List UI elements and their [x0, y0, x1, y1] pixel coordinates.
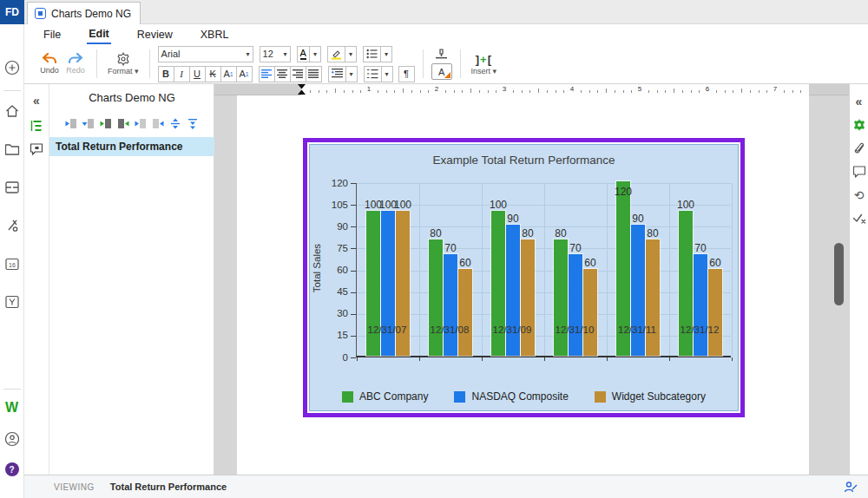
insert-section-before-icon[interactable]: [100, 117, 113, 130]
numbered-list-button[interactable]: ▾: [364, 66, 393, 82]
collapse-panel-icon[interactable]: «: [33, 94, 40, 108]
document-canvas[interactable]: 1234567 Example Total Return Performance…: [214, 84, 849, 475]
bold-button[interactable]: B: [158, 66, 174, 82]
archive-box-icon[interactable]: [5, 296, 19, 309]
ruler-tick: [606, 88, 607, 93]
ruler-number: 1: [367, 85, 371, 93]
create-plus-icon[interactable]: [4, 61, 19, 75]
bar-widget-subcategory[interactable]: [583, 269, 597, 357]
history-icon[interactable]: ⟲: [854, 188, 865, 202]
outdent-section-icon[interactable]: [135, 117, 148, 130]
align-right-button[interactable]: [290, 66, 306, 82]
insert-section-after-icon[interactable]: [117, 117, 130, 130]
bar-nasdaq-composite[interactable]: [631, 225, 645, 356]
scissors-icon[interactable]: [5, 219, 19, 233]
underline-button[interactable]: U: [189, 66, 206, 82]
help-icon[interactable]: ?: [5, 462, 19, 476]
expand-all-icon[interactable]: [169, 117, 182, 130]
calendar-icon[interactable]: 16: [5, 258, 19, 271]
bar-widget-subcategory[interactable]: [708, 269, 722, 357]
bar-data-label: 100: [483, 199, 513, 211]
menu-edit[interactable]: Edit: [87, 25, 111, 44]
align-center-button[interactable]: [274, 66, 291, 82]
outline-item-total-return-performance[interactable]: Total Return Performance: [49, 137, 214, 156]
move-section-left-icon[interactable]: [65, 117, 78, 130]
collapse-all-icon[interactable]: [187, 117, 200, 130]
redo-button[interactable]: Redo: [62, 47, 89, 81]
menu-file[interactable]: File: [42, 26, 62, 43]
legend-item: ABC Company: [342, 390, 428, 403]
files-icon[interactable]: [4, 143, 19, 155]
styles-button[interactable]: A: [431, 63, 452, 80]
paint-format-icon[interactable]: [435, 48, 448, 60]
chevron-down-icon[interactable]: ▾: [345, 46, 357, 62]
subscript-button[interactable]: A1: [236, 66, 253, 82]
document-tab[interactable]: Charts Demo NG: [27, 2, 141, 24]
workiva-logo-icon[interactable]: W: [5, 400, 18, 416]
bar-widget-subcategory[interactable]: [458, 269, 472, 357]
document-icon: [35, 8, 46, 19]
bullet-list-button[interactable]: ▾: [363, 46, 392, 62]
bar-abc-company[interactable]: [554, 239, 568, 356]
ruler-tick: [428, 90, 429, 93]
account-icon[interactable]: [4, 432, 19, 447]
font-family-select[interactable]: Arial▾: [158, 46, 253, 62]
align-left-button[interactable]: [259, 66, 275, 82]
indent-section-icon[interactable]: [152, 117, 165, 130]
comments-tab-icon[interactable]: [30, 143, 43, 155]
settings-gear-icon[interactable]: [852, 118, 866, 132]
italic-button[interactable]: I: [174, 66, 190, 82]
y-axis-tick-label: 0: [320, 352, 348, 363]
bar-nasdaq-composite[interactable]: [694, 254, 707, 356]
strikethrough-button[interactable]: K: [205, 66, 221, 82]
left-app-rail: 16 W ?: [0, 24, 24, 498]
menu-xbrl[interactable]: XBRL: [199, 26, 231, 43]
ruler-number: 5: [638, 85, 641, 93]
margin-marker-icon[interactable]: [298, 84, 306, 95]
chevron-down-icon[interactable]: ▾: [381, 66, 393, 82]
review-check-icon[interactable]: [852, 213, 865, 225]
font-size-select[interactable]: 12▾: [260, 46, 291, 62]
presence-collaborator-icon[interactable]: [844, 481, 858, 494]
format-button[interactable]: Format ▾: [105, 47, 141, 81]
ruler-tick: [716, 90, 717, 93]
align-justify-button[interactable]: [306, 66, 322, 82]
vertical-scrollbar-thumb[interactable]: [834, 243, 844, 305]
y-axis-tick: [351, 336, 356, 337]
highlight-color-button[interactable]: ▾: [327, 46, 357, 62]
paragraph-marks-button[interactable]: ¶: [398, 66, 415, 82]
font-color-button[interactable]: A ▾: [297, 46, 321, 62]
bar-abc-company[interactable]: [429, 239, 443, 356]
x-axis-tick: [357, 357, 358, 361]
horizontal-ruler[interactable]: 1234567: [214, 84, 849, 95]
chart-legend: ABC CompanyNASDAQ CompositeWidget Subcat…: [310, 390, 738, 403]
chevron-down-icon[interactable]: ▾: [380, 46, 392, 62]
undo-button[interactable]: Undo: [36, 47, 62, 81]
workspace-logo[interactable]: FD: [0, 0, 24, 24]
x-axis-tick: [544, 357, 545, 361]
bar-nasdaq-composite[interactable]: [569, 254, 582, 356]
bar-widget-subcategory[interactable]: [521, 239, 535, 356]
superscript-button[interactable]: A1: [220, 66, 237, 82]
bar-nasdaq-composite[interactable]: [506, 225, 520, 356]
comments-bubble-icon[interactable]: [852, 166, 865, 178]
panels-icon[interactable]: [5, 181, 19, 193]
collapse-right-panel-icon[interactable]: «: [856, 95, 863, 108]
chart-object[interactable]: Example Total Return Performance Total S…: [303, 138, 745, 417]
home-icon[interactable]: [4, 104, 19, 118]
move-section-down-icon[interactable]: [82, 117, 95, 130]
chevron-down-icon[interactable]: ▾: [309, 46, 321, 62]
bar-nasdaq-composite[interactable]: [444, 254, 457, 356]
ruler-tick: [403, 88, 404, 93]
ruler-tick: [759, 90, 760, 93]
toolbar-divider: [96, 49, 97, 78]
bar-widget-subcategory[interactable]: [646, 239, 660, 356]
chevron-down-icon[interactable]: ▾: [345, 66, 358, 82]
menu-review[interactable]: Review: [135, 26, 174, 43]
outline-tab-icon[interactable]: [30, 120, 43, 132]
chevron-down-icon: ▾: [284, 50, 287, 58]
indent-button[interactable]: ▾: [328, 66, 358, 82]
attachments-paperclip-icon[interactable]: [853, 142, 865, 155]
insert-button[interactable]: ]+[ Insert ▾: [469, 47, 500, 81]
ruler-number: 2: [435, 85, 438, 93]
